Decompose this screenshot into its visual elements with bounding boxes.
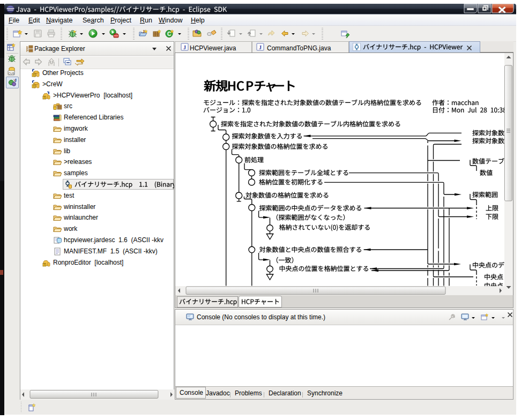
svg-text:J: J: [14, 78, 17, 83]
svg-text:J: J: [183, 44, 186, 50]
svg-text:C: C: [167, 31, 171, 37]
svg-text:J: J: [259, 44, 262, 50]
svg-text:J: J: [143, 29, 145, 34]
svg-text:!: !: [44, 263, 45, 266]
svg-text:!: !: [33, 85, 34, 88]
svg-text:CUS: CUS: [8, 72, 14, 75]
svg-text:!: !: [44, 96, 45, 99]
svg-text:!: !: [33, 73, 34, 77]
